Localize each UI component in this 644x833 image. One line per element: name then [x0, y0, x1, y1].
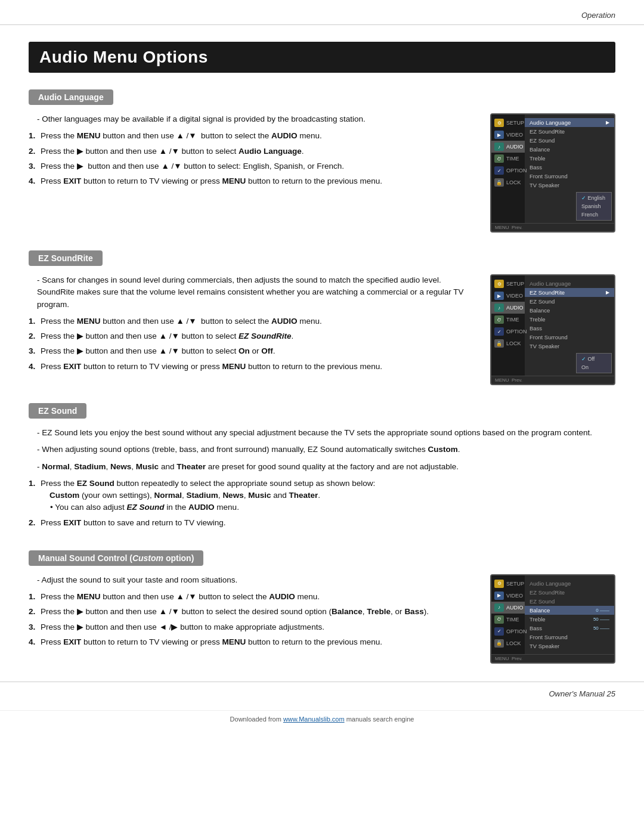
tv-sidebar-audio: ♪ AUDIO: [491, 141, 525, 153]
tv-sidebar-2: ⚙ SETUP ▶ VIDEO ♪ AUDIO: [491, 275, 525, 376]
tv-submenu-english: English: [577, 194, 611, 202]
audio-icon-2: ♪: [494, 304, 504, 312]
step: 2. Press EXIT button to save and return …: [29, 517, 615, 529]
tv-submenu-on: On: [577, 363, 611, 371]
manual-sound-steps: 1. Press the MENU button and then use ▲ …: [29, 591, 476, 648]
step: 2. Press the ▶ button and then use ▲ /▼ …: [29, 145, 476, 157]
step: 1. Press the MENU button and then use ▲ …: [29, 315, 476, 327]
main-title-bar: Audio Menu Options: [29, 42, 615, 73]
video-icon-3: ▶: [494, 592, 504, 600]
download-footer: Downloaded from www.Manualslib.com manua…: [0, 710, 644, 727]
tv-submenu-off: Off: [577, 355, 611, 363]
tv-submenu-language: English Spanish French: [576, 192, 612, 221]
tv-menu-item-treble-2: Treble: [525, 315, 614, 324]
ez-sound-bullet-2: When adjusting sound options (treble, ba…: [37, 444, 615, 456]
tv-menu-audio-language: ⚙ SETUP ▶ VIDEO ♪ AUDIO: [490, 113, 615, 233]
tv-sidebar-lock: 🔒 LOCK: [491, 176, 525, 188]
tv-menu-item-ez-soundrite: EZ SoundRite: [525, 127, 614, 136]
tv-menu-right-3: Audio Language EZ SoundRite EZ Sound Bal…: [525, 575, 614, 654]
tv-sidebar-video-3: ▶ VIDEO: [491, 590, 525, 602]
page-header: Operation: [0, 0, 644, 25]
audio-language-steps: 1. Press the MENU button and then use ▲ …: [29, 130, 476, 187]
ez-sound-bullet-3: Normal, Stadium, News, Music and Theater…: [37, 461, 615, 473]
step: 3. Press the ▶ button and then use ▲ /▼ …: [29, 345, 476, 357]
tv-menu-item-audio-language: Audio Language▶: [525, 118, 614, 127]
manualslib-link[interactable]: www.Manualslib.com: [283, 716, 345, 723]
tv-menu-display: ⚙ SETUP ▶ VIDEO ♪ AUDIO: [490, 113, 615, 233]
audio-language-bullet-1: Other languages may be available if a di…: [37, 113, 476, 125]
section-manual-sound: Manual Sound Control (Custom option) Adj…: [29, 550, 615, 664]
step: 1. Press the MENU button and then use ▲ …: [29, 130, 476, 142]
header-label: Operation: [581, 11, 615, 20]
tv-menu-item-ez-soundrite-3: EZ SoundRite: [525, 588, 614, 597]
step: 1. Press the MENU button and then use ▲ …: [29, 591, 476, 603]
step: 1. Press the EZ Sound button repeatedly …: [29, 478, 615, 514]
step: 4. Press EXIT button to return to TV vie…: [29, 175, 476, 187]
tv-sidebar-option: ✓ OPTION: [491, 165, 525, 176]
lock-icon: 🔒: [494, 178, 504, 187]
tv-menu-item-audio-language-3: Audio Language: [525, 579, 614, 588]
download-text-after: manuals search engine: [345, 716, 414, 723]
tv-submenu-soundrite: Off On: [576, 353, 612, 373]
section-header-audio-language: Audio Language: [29, 89, 113, 105]
time-icon: ⏱: [494, 154, 504, 163]
time-icon-2: ⏱: [494, 315, 504, 324]
tv-footer-3: MENU Prev.: [491, 654, 614, 662]
tv-menu-item-front-surround: Front Surround: [525, 172, 614, 181]
tv-menu-item-balance: Balance: [525, 145, 614, 154]
tv-menu-item-treble-3: Treble 50 ——: [525, 615, 614, 624]
tv-menu-manual-sound: ⚙ SETUP ▶ VIDEO ♪ AUDIO: [490, 574, 615, 664]
tv-submenu-spanish: Spanish: [577, 202, 611, 210]
tv-menu-sidebar-3: ⚙ SETUP ▶ VIDEO ♪ AUDIO: [491, 575, 614, 654]
section-header-manual-sound: Manual Sound Control (Custom option): [29, 550, 203, 566]
tv-sidebar-option-3: ✓ OPTION: [491, 625, 525, 637]
audio-icon-3: ♪: [494, 603, 504, 612]
option-icon-2: ✓: [494, 327, 504, 336]
tv-sidebar-time-3: ⏱ TIME: [491, 614, 525, 625]
tv-footer-1: MENU Prev.: [491, 223, 614, 231]
tv-submenu-container-2: Off On: [525, 352, 614, 373]
tv-sidebar-video-2: ▶ VIDEO: [491, 290, 525, 302]
video-icon-2: ▶: [494, 292, 504, 300]
step: 2. Press the ▶ button and then use ▲ /▼ …: [29, 330, 476, 342]
tv-footer-2: MENU Prev.: [491, 376, 614, 384]
setup-icon-3: ⚙: [494, 580, 504, 588]
tv-submenu-container: English Spanish French: [525, 191, 614, 221]
tv-menu-right-2: Audio Language EZ SoundRite▶ EZ Sound Ba…: [525, 275, 614, 376]
tv-sidebar-lock-2: 🔒 LOCK: [491, 337, 525, 349]
tv-sidebar-audio-2: ♪ AUDIO: [491, 302, 525, 314]
tv-sidebar-lock-3: 🔒 LOCK: [491, 637, 525, 649]
tv-sidebar-setup-2: ⚙ SETUP: [491, 278, 525, 290]
ez-soundrite-steps: 1. Press the MENU button and then use ▲ …: [29, 315, 476, 373]
tv-menu-item-tv-speaker: TV Speaker: [525, 181, 614, 190]
setup-icon: ⚙: [494, 119, 504, 127]
tv-sidebar-video: ▶ VIDEO: [491, 129, 525, 141]
tv-menu-item-tv-speaker-2: TV Speaker: [525, 342, 614, 351]
manual-sound-bullet-1: Adjust the sound to suit your taste and …: [37, 574, 476, 586]
tv-sidebar-setup: ⚙ SETUP: [491, 117, 525, 129]
tv-menu-items-3: Audio Language EZ SoundRite EZ Sound Bal…: [525, 578, 614, 652]
tv-menu-display-3: ⚙ SETUP ▶ VIDEO ♪ AUDIO: [490, 574, 615, 664]
audio-icon: ♪: [494, 143, 504, 151]
section-inner-ez-soundrite: Scans for changes in sound level during …: [29, 274, 615, 385]
option-icon-3: ✓: [494, 627, 504, 636]
tv-sidebar: ⚙ SETUP ▶ VIDEO ♪ AUDIO: [491, 114, 525, 223]
tv-sidebar-audio-3: ♪ AUDIO: [491, 602, 525, 614]
tv-sidebar-option-2: ✓ OPTION: [491, 326, 525, 337]
tv-menu-ez-soundrite: ⚙ SETUP ▶ VIDEO ♪ AUDIO: [490, 274, 615, 385]
download-text-before: Downloaded from: [230, 716, 283, 723]
tv-menu-sidebar-2: ⚙ SETUP ▶ VIDEO ♪ AUDIO: [491, 275, 614, 376]
tv-menu-item-ez-sound-3: EZ Sound: [525, 597, 614, 606]
setup-icon-2: ⚙: [494, 280, 504, 288]
tv-menu-item-ez-sound: EZ Sound: [525, 136, 614, 145]
step: 2. Press the ▶ button and then use ▲ /▼ …: [29, 606, 476, 618]
section-text-audio-language: Other languages may be available if a di…: [29, 113, 476, 191]
tv-menu-item-front-surround-2: Front Surround: [525, 333, 614, 342]
section-inner-manual-sound: Adjust the sound to suit your taste and …: [29, 574, 615, 664]
step: 4. Press EXIT button to return to TV vie…: [29, 636, 476, 648]
section-text-ez-sound: EZ Sound lets you enjoy the best sound w…: [29, 427, 615, 532]
tv-menu-item-tv-speaker-3: TV Speaker: [525, 642, 614, 651]
tv-menu-items: Audio Language▶ EZ SoundRite EZ Sound Ba…: [525, 117, 614, 191]
section-text-manual-sound: Adjust the sound to suit your taste and …: [29, 574, 476, 652]
ez-sound-bullet-1: EZ Sound lets you enjoy the best sound w…: [37, 427, 615, 439]
